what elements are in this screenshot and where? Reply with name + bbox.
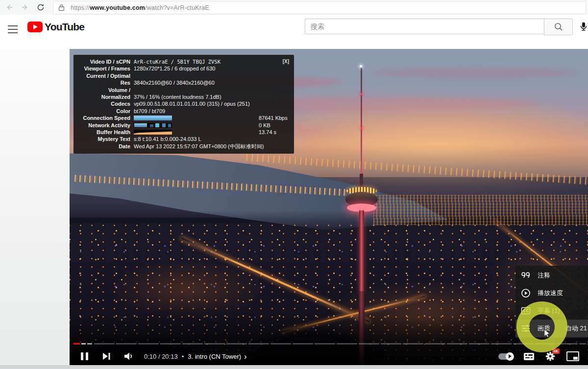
- stat-label: Connection Speed: [78, 115, 130, 121]
- stat-value: bt709 / bt709: [134, 108, 165, 115]
- stat-right-value: 87641 Kbps: [259, 115, 288, 121]
- page-bottom-strip: [0, 365, 588, 369]
- stat-label: Normalized: [78, 93, 130, 100]
- click-highlight-ring: [516, 301, 567, 352]
- stat-label: Buffer Health: [78, 129, 130, 136]
- youtube-wordmark: YouTube: [45, 21, 84, 33]
- pause-button[interactable]: [79, 351, 89, 361]
- menu-item-annotations[interactable]: 注释: [515, 267, 588, 284]
- next-button[interactable]: [102, 352, 112, 360]
- refresh-icon: [36, 3, 45, 12]
- menu-item-label: 注释: [538, 271, 550, 280]
- right-controls: 4K: [498, 351, 588, 362]
- lock-icon: [58, 4, 65, 11]
- menu-item-playback-speed[interactable]: 播放速度: [515, 284, 588, 302]
- stat-value: s:8 t:10.41 b:0.000-24.033 L: [134, 136, 201, 142]
- stat-label: Viewport / Frames: [78, 65, 130, 72]
- network-activity-chart: [134, 123, 172, 128]
- stat-value: Wed Apr 13 2022 15:57:07 GMT+0800 (中国标准时…: [134, 143, 264, 150]
- search-button[interactable]: [544, 19, 573, 35]
- stat-value: vp09.00.51.08.01.01.01.01.00 (315) / opu…: [134, 100, 250, 107]
- buffer-health-chart: [134, 130, 172, 135]
- browser-refresh-button[interactable]: [35, 2, 46, 13]
- browser-toolbar: https://www.youtube.com/watch?v=ArR-ctuK…: [0, 0, 588, 15]
- miniplayer-inner-rect: [573, 357, 578, 360]
- search-icon: [554, 22, 564, 32]
- stat-value: ArR-ctuKraE / 5B1Y TBQJ ZVSK: [134, 58, 220, 65]
- youtube-header: YouTube: [0, 15, 588, 49]
- cn-tower-spire: [361, 68, 362, 177]
- stat-right-value: 0 KB: [259, 122, 270, 129]
- search-input[interactable]: [305, 19, 544, 34]
- cloud: [373, 68, 579, 78]
- chapter-button[interactable]: • 3. intro (CN Tower) ›: [182, 353, 247, 360]
- progress-played: [74, 343, 80, 345]
- page-background: [0, 49, 70, 365]
- stat-right-value: 13.74 s: [259, 129, 276, 136]
- mouse-cursor: [544, 329, 551, 341]
- subtitles-button[interactable]: [524, 353, 534, 360]
- settings-button[interactable]: 4K: [545, 351, 556, 362]
- miniplayer-button[interactable]: [566, 351, 579, 361]
- url-text: https://www.youtube.com/watch?v=ArR-ctuK…: [71, 4, 209, 11]
- stat-label: Color: [78, 108, 130, 115]
- player-control-bar: 0:10 / 20:13 • 3. intro (CN Tower) ›: [70, 347, 588, 365]
- url-scheme: https://: [71, 4, 90, 11]
- hamburger-menu-button[interactable]: [8, 25, 18, 33]
- progress-buffered: [81, 343, 86, 345]
- stat-value: 1280x720*1.25 / 6 dropped of 630: [134, 65, 215, 72]
- progress-bar[interactable]: [74, 343, 586, 345]
- url-host: www.youtube.com: [90, 4, 145, 11]
- stat-label: Res: [78, 79, 130, 86]
- browser-back-button[interactable]: [4, 2, 15, 13]
- cn-tower-tip-light: [360, 65, 362, 68]
- stat-value: 37% / 16% (content loudness 7.1dB): [134, 93, 221, 100]
- autoplay-toggle[interactable]: [498, 353, 513, 360]
- autoplay-knob-play-icon: [506, 352, 514, 361]
- progress-chapters: [94, 343, 586, 345]
- stats-for-nerds-panel: [X] Video ID / sCPNArR-ctuKraE / 5B1Y TB…: [74, 55, 294, 154]
- arrow-right-icon: [21, 3, 29, 12]
- stat-label: Date: [78, 143, 130, 150]
- stat-label: Video ID / sCPN: [78, 58, 130, 65]
- time-display: 0:10 / 20:13: [144, 353, 178, 360]
- playback-speed-icon: [520, 288, 531, 299]
- cn-tower-beacon: [361, 93, 363, 95]
- progress-buffered: [87, 343, 92, 345]
- quality-current-value: 自动 21: [565, 324, 588, 333]
- youtube-logo[interactable]: YouTube: [27, 21, 84, 33]
- youtube-play-icon: [27, 22, 43, 32]
- stat-label: Volume /: [78, 87, 130, 93]
- stat-label: Current / Optimal: [78, 72, 130, 79]
- cn-tower-beacon: [361, 127, 363, 129]
- next-icon: [102, 352, 111, 360]
- url-path: /watch?v=ArR-ctuKraE: [145, 4, 209, 11]
- chapter-title: 3. intro (CN Tower): [188, 353, 241, 360]
- chapter-separator: •: [182, 353, 184, 360]
- video-player[interactable]: [X] Video ID / sCPNArR-ctuKraE / 5B1Y TB…: [70, 49, 588, 365]
- stat-value: 3840x2160@60 / 3840x2160@60: [134, 79, 215, 86]
- volume-button[interactable]: [123, 352, 134, 361]
- stat-label: Network Activity: [78, 122, 130, 129]
- arrow-left-icon: [5, 3, 14, 12]
- chevron-right-icon: ›: [244, 353, 247, 360]
- mic-icon: [578, 21, 588, 32]
- browser-forward-button[interactable]: [20, 2, 30, 13]
- stat-label: Codecs: [78, 100, 130, 107]
- mic-button[interactable]: [577, 20, 588, 33]
- annotations-icon: [520, 270, 531, 281]
- menu-item-label: 播放速度: [538, 289, 563, 298]
- cn-tower-shaft: [359, 210, 364, 293]
- stat-label: Mystery Text: [78, 136, 130, 142]
- url-bar[interactable]: https://www.youtube.com/watch?v=ArR-ctuK…: [53, 1, 586, 14]
- volume-icon: [124, 352, 134, 361]
- connection-speed-chart: [134, 115, 172, 120]
